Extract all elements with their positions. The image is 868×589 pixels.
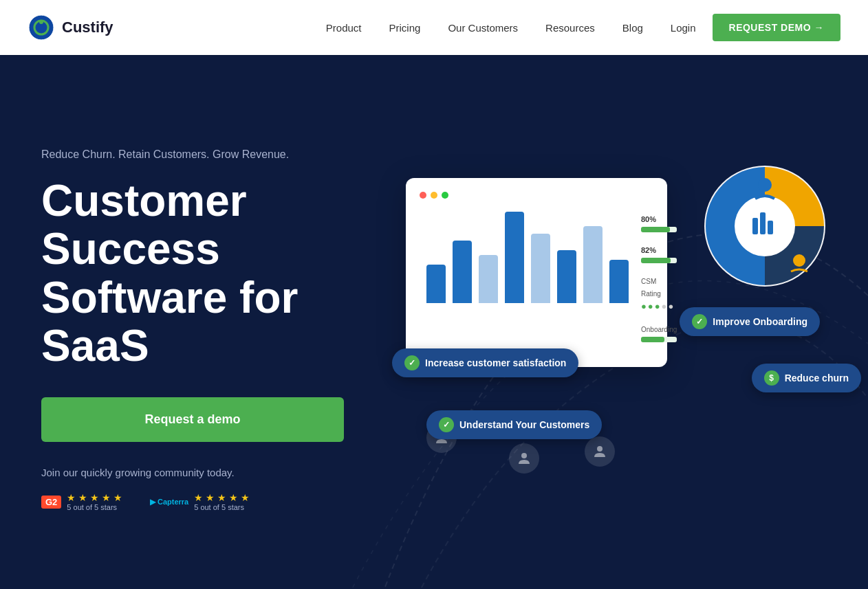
bar-chart (420, 207, 636, 303)
understand-customers-pill: ✓ Understand Your Customers (426, 410, 602, 439)
bar-7 (583, 226, 603, 303)
request-demo-nav-button[interactable]: REQUEST DEMO → (713, 14, 840, 41)
bar-3 (479, 255, 498, 303)
nav-our-customers[interactable]: Our Customers (437, 16, 529, 39)
dashboard-card: 80% 82% CSM Rating ● ● ● ● (406, 178, 667, 367)
ratings-row: G2 ★ ★ ★ ★ ★ 5 out of 5 stars ▶ Capterra… (41, 492, 371, 511)
nav-login[interactable]: Login (660, 16, 707, 39)
capterra-rating: ▶ Capterra ★ ★ ★ ★ ★ 5 out of 5 stars (150, 492, 250, 511)
logo-link[interactable]: Custify (28, 14, 113, 41)
hero-tagline: Reduce Churn. Retain Customers. Grow Rev… (41, 146, 371, 163)
user-icon-3 (585, 436, 615, 467)
svg-point-2 (39, 20, 43, 24)
logo-icon (28, 14, 55, 41)
community-text: Join our quickly growing community today… (41, 467, 371, 478)
svg-point-9 (793, 254, 805, 267)
stat-80: 80% (641, 212, 677, 232)
check-icon-satisfaction: ✓ (404, 355, 420, 370)
nav-blog[interactable]: Blog (611, 16, 654, 39)
bar-8 (609, 260, 629, 303)
dot-red (420, 192, 426, 199)
g2-stars: ★ ★ ★ ★ ★ (67, 492, 122, 503)
stat-onboarding: Onboarding (641, 322, 677, 342)
improve-onboarding-pill: ✓ Improve Onboarding (680, 307, 820, 336)
hero-title: Customer Success Software for SaaS (41, 177, 371, 370)
hero-right: 80% 82% CSM Rating ● ● ● ● (371, 123, 840, 535)
g2-rating: G2 ★ ★ ★ ★ ★ 5 out of 5 stars (41, 492, 122, 511)
svg-point-0 (29, 15, 54, 40)
nav-product[interactable]: Product (315, 16, 373, 39)
stat-csm: CSM Rating ● ● ● ● ● (641, 274, 677, 311)
dot-yellow (431, 192, 437, 199)
stats-panel: 80% 82% CSM Rating ● ● ● ● (641, 207, 677, 353)
svg-point-8 (758, 178, 772, 192)
navbar: Custify Product Pricing Our Customers Re… (0, 0, 868, 55)
svg-rect-5 (752, 218, 758, 234)
bar-6 (557, 250, 576, 303)
g2-sub: 5 out of 5 stars (67, 503, 122, 511)
bar-2 (453, 241, 472, 303)
g2-logo: G2 (41, 496, 61, 509)
card-dots (420, 192, 653, 199)
bar-4 (505, 212, 524, 303)
hero-section: Reduce Churn. Retain Customers. Grow Rev… (0, 55, 868, 589)
nav-links: Product Pricing Our Customers Resources … (315, 14, 840, 41)
pie-svg (703, 164, 827, 288)
svg-point-12 (597, 446, 603, 452)
increase-satisfaction-pill: ✓ Increase customer satisfaction (392, 348, 578, 377)
hero-left: Reduce Churn. Retain Customers. Grow Rev… (41, 146, 371, 512)
capterra-logo: ▶ Capterra (150, 498, 188, 507)
bar-5 (531, 234, 550, 303)
reduce-churn-pill: $ Reduce churn (752, 364, 861, 392)
request-demo-hero-button[interactable]: Request a demo (41, 397, 344, 442)
user-icon-2 (509, 443, 539, 474)
capterra-stars: ★ ★ ★ ★ ★ (194, 492, 250, 503)
bar-1 (426, 265, 446, 303)
dollar-icon: $ (764, 370, 779, 386)
stat-82: 82% (641, 243, 677, 263)
svg-rect-7 (768, 221, 773, 234)
nav-pricing[interactable]: Pricing (378, 16, 432, 39)
pie-chart (703, 164, 827, 288)
check-icon-understand: ✓ (439, 417, 454, 432)
dot-green (442, 192, 448, 199)
check-icon-onboarding: ✓ (692, 314, 707, 329)
svg-rect-6 (760, 212, 766, 234)
capterra-sub: 5 out of 5 stars (194, 503, 250, 511)
logo-text: Custify (62, 19, 113, 36)
svg-point-11 (521, 453, 527, 458)
nav-resources[interactable]: Resources (534, 16, 606, 39)
